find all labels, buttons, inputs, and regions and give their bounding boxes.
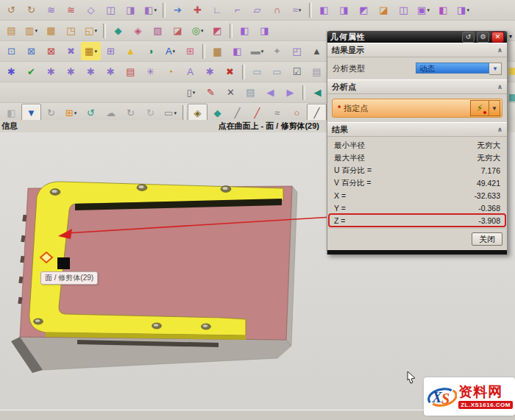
dialog-reset-button[interactable]: ↺	[462, 32, 475, 43]
project-curve-icon[interactable]: ➔	[168, 1, 188, 19]
dropdown-caret-icon[interactable]: ▾	[154, 7, 157, 13]
refresh-selection-icon[interactable]: ↻	[41, 104, 61, 122]
stamp-dark-icon[interactable]: ▲	[307, 42, 327, 60]
wave-body-icon[interactable]: ✱	[41, 63, 61, 81]
csys-toggle-icon[interactable]: ✕	[221, 83, 241, 102]
wave-text-icon[interactable]: A	[180, 63, 200, 81]
isolate-object-icon[interactable]: ◔	[160, 63, 180, 81]
stamp-press-icon[interactable]: ▆	[207, 42, 227, 60]
corner-curve-icon[interactable]: ∟	[207, 1, 227, 19]
delete-face-icon[interactable]: ◫	[394, 1, 413, 19]
mirror-curve-icon[interactable]: ◫	[101, 1, 121, 19]
shade-view-icon[interactable]: ◑	[141, 42, 160, 60]
wave-link-icon[interactable]: ✱	[1, 63, 21, 81]
snap-curve-icon[interactable]: ≈	[267, 104, 287, 122]
analysis-type-combobox[interactable]: 动态 ▼	[416, 63, 502, 75]
dropdown-caret-icon[interactable]: ▾	[427, 7, 430, 13]
fix-constraint-icon[interactable]: ⊠	[21, 42, 41, 60]
flat-bar-icon[interactable]: ▬▾	[247, 42, 267, 60]
bridge-arc-icon[interactable]: ∩	[267, 1, 287, 19]
dropdown-caret-icon[interactable]: ▾	[261, 49, 264, 54]
point-dialog-button[interactable]: ⚡	[470, 100, 489, 116]
bridge-curve-icon[interactable]: ↻	[21, 1, 41, 19]
enlarge-sheet-icon[interactable]: ▦	[41, 21, 61, 40]
pull-face-icon[interactable]: ◨	[334, 1, 354, 19]
dropdown-caret-icon[interactable]: ▾	[201, 28, 204, 33]
spine-curve-icon[interactable]: ≋	[41, 1, 61, 19]
sew-sheet-icon[interactable]: ▥▾	[21, 21, 41, 40]
nav-forward-icon[interactable]: ▶	[280, 83, 300, 102]
dropdown-caret-icon[interactable]: ▾	[35, 28, 38, 33]
copy-sheet-icon[interactable]: ⊞	[101, 42, 121, 60]
text-tool-icon[interactable]: A▾	[160, 42, 180, 60]
selection-scope-dropdown-icon[interactable]: ▼	[21, 104, 41, 122]
analysis-type-value[interactable]: 动态	[416, 63, 489, 74]
shell-body-icon[interactable]: ◧	[433, 1, 453, 19]
add-snap-icon[interactable]: ⊞▾	[61, 104, 81, 122]
sheets-stack-icon[interactable]: ▤	[241, 83, 260, 102]
link-objects-icon[interactable]: ✦	[267, 42, 287, 60]
extension-surface-icon[interactable]: ◧	[235, 21, 255, 40]
dropdown-caret-icon[interactable]: ▾	[74, 110, 77, 115]
n-sided-surface-icon[interactable]: ◎▾	[188, 21, 207, 40]
copy-object-icon[interactable]: ◰	[287, 42, 307, 60]
chevron-up-icon[interactable]: ∧	[497, 126, 502, 133]
back-bold-icon[interactable]: ◀	[308, 83, 327, 102]
dialog-bottom-edge[interactable]	[327, 250, 507, 255]
nav-back-icon[interactable]: ◀	[260, 83, 280, 102]
curve-length-icon[interactable]: ≈▾	[287, 1, 307, 19]
snap-point-icon[interactable]: ◈	[188, 104, 207, 122]
toolbox-icon[interactable]: ▦▾	[81, 42, 101, 60]
edit-cross-section-icon[interactable]: ◨▾	[453, 1, 473, 19]
alert-bell-icon[interactable]: ▲	[121, 42, 141, 60]
section-analysis-point[interactable]: 分析点 ∧	[327, 79, 507, 94]
offset-region-icon[interactable]: ◩	[354, 1, 374, 19]
pink-grid-icon[interactable]: ⊞	[180, 42, 200, 60]
annotation-abc-icon[interactable]: ✎	[201, 83, 221, 102]
move-face-icon[interactable]: ◧	[314, 1, 334, 19]
accept-check-icon[interactable]: ✔	[21, 63, 41, 81]
wave-star-icon[interactable]: ✳	[141, 63, 160, 81]
mirror-body-icon[interactable]: ▤	[121, 63, 141, 81]
check-box-icon[interactable]: ☑	[287, 63, 307, 81]
replace-face-icon[interactable]: ◪	[374, 1, 394, 19]
rotate-two-icon[interactable]: ↻	[141, 104, 160, 122]
trim-corner-icon[interactable]: ⌐	[227, 1, 247, 19]
rotate-one-icon[interactable]: ↻	[121, 104, 141, 122]
snap-line-two-icon[interactable]: ╱	[247, 104, 267, 122]
anchor-constraint-icon[interactable]: ⊠	[41, 42, 61, 60]
swept-surface-icon[interactable]: ◈	[128, 21, 148, 40]
lasso-select-icon[interactable]: ☁	[101, 104, 121, 122]
section-result-display[interactable]: 结果显示 ∧	[327, 43, 507, 57]
four-point-surface-icon[interactable]: ◆	[108, 21, 128, 40]
information-window-icon[interactable]: ▯▾	[181, 83, 201, 102]
snap-slash-icon[interactable]: ╱	[307, 104, 327, 122]
wave-datum-icon[interactable]: ✱	[101, 63, 121, 81]
trimmed-sheet-icon[interactable]: ◱▾	[81, 21, 101, 40]
undo-selection-icon[interactable]: ↺	[81, 104, 101, 122]
specify-point-row[interactable]: * 指定点 ⚡ ▼	[332, 99, 502, 118]
window-two-icon[interactable]: ▭	[267, 63, 287, 81]
offset-curve-3d-icon[interactable]: ≋	[61, 1, 81, 19]
sheet-fold-icon[interactable]: ◇	[81, 1, 101, 19]
pattern-star-icon[interactable]: ✖	[61, 42, 81, 60]
dropdown-caret-icon[interactable]: ▾	[466, 7, 469, 13]
chevron-up-icon[interactable]: ∧	[497, 83, 502, 90]
chevron-up-icon[interactable]: ∧	[497, 46, 502, 54]
through-mesh-icon[interactable]: ◪	[168, 21, 188, 40]
studio-surface-icon[interactable]: ◩	[207, 21, 227, 40]
unwrap-curve-icon[interactable]: ◧▾	[141, 1, 160, 19]
snap-circle-icon[interactable]: ○	[287, 104, 307, 122]
offset-body-icon[interactable]: ◨	[255, 21, 274, 40]
bounded-plane-icon[interactable]: ▱	[247, 1, 267, 19]
ruled-surface-icon[interactable]: ▨	[148, 21, 168, 40]
dropdown-caret-icon[interactable]: ▾	[299, 7, 302, 13]
close-button[interactable]: 关闭	[472, 232, 502, 246]
combine-curve-icon[interactable]: ✚	[188, 1, 207, 19]
wave-hand-icon[interactable]: ✱	[200, 63, 220, 81]
toolbar-overflow-caret[interactable]: ▾	[509, 33, 512, 40]
resize-blend-icon[interactable]: ▣▾	[413, 1, 433, 19]
purple-block-icon[interactable]: ◧	[227, 42, 247, 60]
rect-select-icon[interactable]: ▭▾	[160, 104, 180, 122]
wave-sheet-icon[interactable]: ✱	[61, 63, 81, 81]
